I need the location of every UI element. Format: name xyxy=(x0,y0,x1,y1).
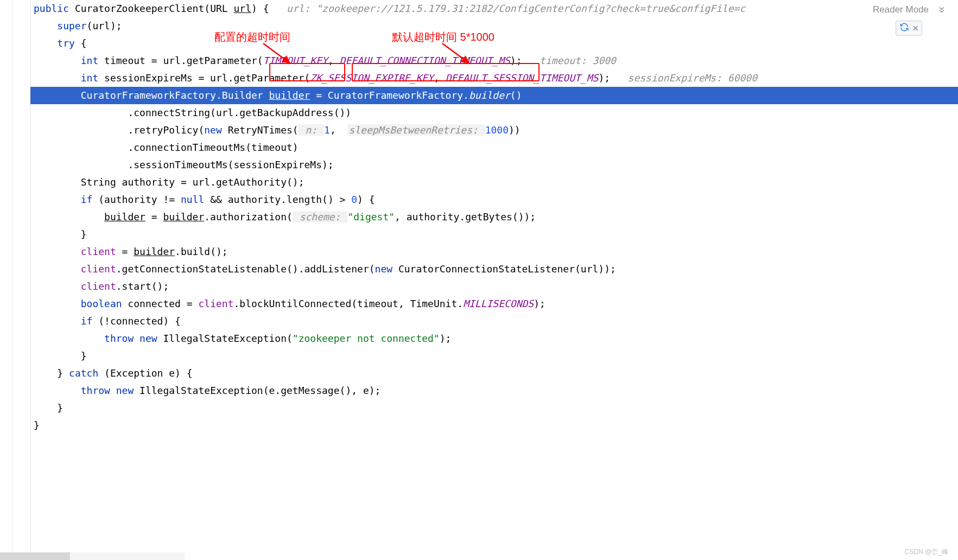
inlay-hint: url: "zookeeper://121.5.179.31:2182/Conf… xyxy=(287,3,745,14)
code-line[interactable]: } xyxy=(30,347,958,365)
code-line[interactable]: int timeout = url.getParameter(TIMEOUT_K… xyxy=(30,52,958,69)
code-line[interactable]: .connectionTimeoutMs(timeout) xyxy=(30,139,958,156)
code-line[interactable]: int sessionExpireMs = url.getParameter(Z… xyxy=(30,69,958,87)
inlay-hint: timeout: 3000 xyxy=(540,55,616,66)
code-line[interactable]: .connectString(url.getBackupAddress()) xyxy=(30,104,958,122)
scrollbar-thumb[interactable] xyxy=(0,552,70,560)
code-line[interactable]: } xyxy=(30,417,958,434)
inlay-hint: scheme: xyxy=(293,211,348,222)
fold-ruler xyxy=(12,0,12,560)
code-line[interactable]: builder = builder.authorization( scheme:… xyxy=(30,208,958,226)
horizontal-scrollbar[interactable] xyxy=(0,552,185,560)
gutter[interactable] xyxy=(0,0,31,560)
code-line[interactable]: .retryPolicy(new RetryNTimes( n: 1, slee… xyxy=(30,122,958,139)
inlay-hint: n: xyxy=(299,124,324,136)
code-area[interactable]: public CuratorZookeeperClient(URL url) {… xyxy=(30,0,958,560)
code-line[interactable]: throw new IllegalStateException("zookeep… xyxy=(30,330,958,347)
code-line[interactable]: } xyxy=(30,226,958,243)
code-line[interactable]: client = builder.build(); xyxy=(30,243,958,260)
code-line[interactable]: client.getConnectionStateListenable().ad… xyxy=(30,260,958,278)
code-line[interactable]: if (authority != null && authority.lengt… xyxy=(30,191,958,208)
code-line[interactable]: } xyxy=(30,399,958,417)
code-line[interactable]: throw new IllegalStateException(e.getMes… xyxy=(30,382,958,399)
inlay-hint: sleepMsBetweenRetries: xyxy=(347,124,485,136)
code-line[interactable]: boolean connected = client.blockUntilCon… xyxy=(30,295,958,313)
code-line[interactable]: } catch (Exception e) { xyxy=(30,365,958,382)
watermark: CSDN @峦_峰 xyxy=(905,548,948,557)
code-line[interactable]: .sessionTimeoutMs(sessionExpireMs); xyxy=(30,156,958,174)
code-line[interactable]: if (!connected) { xyxy=(30,313,958,330)
code-line[interactable]: public CuratorZookeeperClient(URL url) {… xyxy=(30,0,958,17)
annotation-text-right: 默认超时时间 5*1000 xyxy=(392,30,494,44)
code-line[interactable]: String authority = url.getAuthority(); xyxy=(30,174,958,191)
code-line-selected[interactable]: CuratorFrameworkFactory.Builder builder … xyxy=(30,87,958,104)
editor-viewport: Reader Mode × public CuratorZookeeperCli… xyxy=(0,0,958,560)
inlay-hint: sessionExpireMs: 60000 xyxy=(628,72,757,84)
annotation-text-left: 配置的超时时间 xyxy=(214,30,290,44)
code-line[interactable]: client.start(); xyxy=(30,278,958,295)
